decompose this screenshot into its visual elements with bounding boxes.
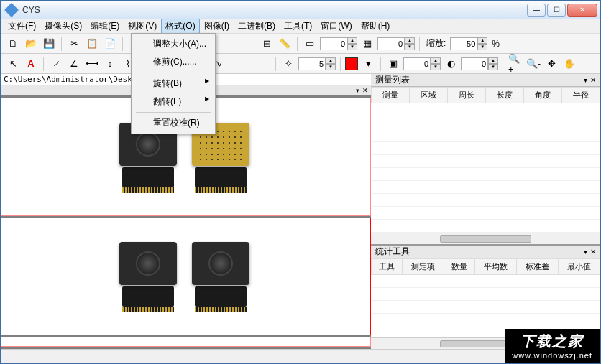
- menu-edit[interactable]: 编辑(E): [86, 19, 124, 34]
- menu-file[interactable]: 文件(F): [4, 19, 40, 34]
- titlebar: CYS — ☐ ✕: [1, 1, 600, 19]
- zoom-in-icon[interactable]: 🔍+: [508, 56, 523, 72]
- panel-pin-icon[interactable]: ▾: [584, 76, 587, 84]
- measure-panel: 测量列表 ▾ ✕ 测量区域 周长长度 角度半径: [371, 74, 600, 244]
- scroll-x[interactable]: [371, 233, 600, 244]
- angle-tool-icon[interactable]: ∠: [66, 56, 82, 72]
- save-icon[interactable]: 💾: [41, 36, 57, 52]
- panel-pin-icon[interactable]: ▾: [584, 248, 587, 256]
- cut-icon[interactable]: ✂: [66, 36, 82, 52]
- watermark: 下载之家 www.windowszj.net: [505, 329, 600, 363]
- rect-icon[interactable]: ▭: [302, 36, 318, 52]
- pane-close-icon[interactable]: ✕: [362, 87, 368, 94]
- line-tool-icon[interactable]: ⟋: [48, 56, 64, 72]
- layers-icon[interactable]: ▦: [359, 36, 375, 52]
- menu-window[interactable]: 窗口(W): [316, 19, 356, 34]
- measure-title: 测量列表: [375, 74, 581, 86]
- maximize-button[interactable]: ☐: [547, 4, 566, 17]
- border-spinner[interactable]: ▲▼: [403, 57, 441, 70]
- menu-format[interactable]: 格式(O): [161, 19, 199, 34]
- zoom-label: 缩放:: [426, 37, 446, 50]
- dd-resize[interactable]: 调整大小(A)...: [133, 35, 214, 53]
- pane-pin-icon[interactable]: ▾: [356, 87, 359, 94]
- menubar: 文件(F) 摄像头(S) 编辑(E) 视图(V) 格式(O) 图像(I) 二进制…: [1, 19, 600, 34]
- text-icon[interactable]: A: [23, 56, 39, 72]
- panel-close-icon[interactable]: ✕: [590, 76, 596, 84]
- open-icon[interactable]: 📂: [23, 36, 39, 52]
- stats-table[interactable]: 工具测定项 数量平均数 标准差最小值: [371, 258, 600, 337]
- spin-2[interactable]: ▲▼: [377, 37, 415, 50]
- right-pane: 测量列表 ▾ ✕ 测量区域 周长长度 角度半径: [371, 74, 600, 349]
- contrast-spinner[interactable]: ▲▼: [461, 57, 498, 70]
- dd-rotate[interactable]: 旋转(B): [133, 75, 214, 93]
- wand-spinner[interactable]: ▲▼: [298, 57, 336, 70]
- zoom-spinner[interactable]: ▲▼: [450, 37, 487, 50]
- color-dd-icon[interactable]: ▾: [360, 56, 376, 72]
- menu-tools[interactable]: 工具(T): [280, 19, 316, 34]
- border-icon[interactable]: ▣: [385, 56, 401, 72]
- image-slot-empty[interactable]: [1, 337, 371, 347]
- measure-table[interactable]: 测量区域 周长长度 角度半径: [371, 87, 600, 233]
- stats-title: 统计工具: [375, 246, 581, 258]
- dd-sep: [136, 112, 211, 113]
- zoom-unit: %: [492, 39, 500, 49]
- menu-image[interactable]: 图像(I): [200, 19, 234, 34]
- ruler-icon[interactable]: 📏: [277, 36, 293, 52]
- panel-close-icon[interactable]: ✕: [590, 248, 596, 256]
- dd-trim[interactable]: 修剪(C)......: [133, 53, 214, 71]
- dd-reset-cal[interactable]: 重置校准(R): [133, 114, 214, 132]
- close-button[interactable]: ✕: [567, 4, 597, 17]
- paste-icon[interactable]: 📄: [102, 36, 118, 52]
- dd-flip[interactable]: 翻转(F): [133, 93, 214, 111]
- toolbar-1: 🗋 📂 💾 ✂ 📋 📄 ↶ ↷ ⊞ 📏 ▭ ▲▼ ▦ ▲▼ 缩放: ▲▼ %: [1, 34, 600, 54]
- color-swatch[interactable]: [345, 57, 358, 70]
- dd-sep: [136, 73, 211, 73]
- wand-icon[interactable]: ✧: [280, 56, 296, 72]
- toolbar-2: ↖ A ⟋ ∠ ⟷ ↕ ⌇ △ ▱ ○ ◠ ∿ ✧ ▲▼ ▾ ▣ ▲▼ ◐ ▲▼…: [1, 54, 600, 74]
- copy-icon[interactable]: 📋: [84, 36, 100, 52]
- pointer-icon[interactable]: ↖: [5, 56, 21, 72]
- zoom-out-icon[interactable]: 🔍-: [526, 56, 541, 72]
- menu-binary[interactable]: 二进制(B): [234, 19, 280, 34]
- contrast-icon[interactable]: ◐: [443, 56, 459, 72]
- pan-icon[interactable]: ✥: [543, 56, 559, 72]
- image-slot-2[interactable]: [1, 218, 371, 336]
- menu-help[interactable]: 帮助(H): [357, 19, 395, 34]
- app-title: CYS: [22, 5, 527, 15]
- minimize-button[interactable]: —: [527, 4, 546, 17]
- format-dropdown: 调整大小(A)... 修剪(C)...... 旋转(B) 翻转(F) 重置校准(…: [131, 33, 216, 134]
- dimension-icon[interactable]: ⟷: [84, 56, 100, 72]
- menu-camera[interactable]: 摄像头(S): [40, 19, 86, 34]
- grid-icon[interactable]: ⊞: [259, 36, 275, 52]
- app-icon: [4, 3, 19, 17]
- menu-view[interactable]: 视图(V): [124, 19, 161, 34]
- vdim-icon[interactable]: ↕: [102, 56, 118, 72]
- new-icon[interactable]: 🗋: [5, 36, 21, 52]
- hand-icon[interactable]: ✋: [561, 56, 577, 72]
- spin-1[interactable]: ▲▼: [320, 37, 357, 50]
